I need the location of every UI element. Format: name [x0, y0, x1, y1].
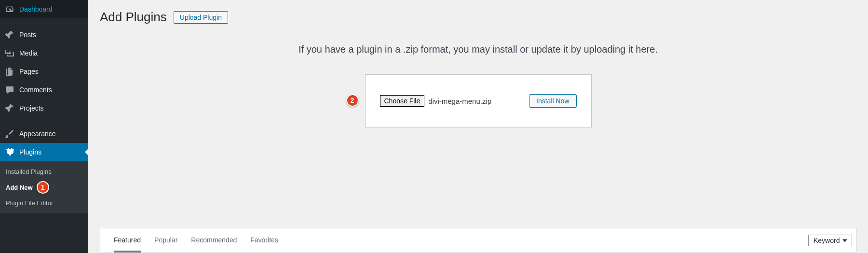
- sidebar-item-label: Dashboard: [19, 5, 83, 13]
- sidebar-item-dashboard[interactable]: Dashboard: [0, 0, 88, 18]
- sidebar-item-comments[interactable]: Comments: [0, 81, 88, 99]
- sidebar-item-label: Appearance: [19, 130, 83, 138]
- sidebar-item-plugins[interactable]: Plugins: [0, 143, 88, 161]
- filter-tabs: Featured Popular Recommended Favorites: [100, 228, 292, 253]
- sidebar-sub-label: Add New: [6, 184, 33, 191]
- tab-popular[interactable]: Popular: [148, 228, 184, 253]
- sidebar-item-label: Posts: [19, 31, 83, 39]
- sidebar-item-pages[interactable]: Pages: [0, 62, 88, 81]
- choose-file-button[interactable]: Choose File: [380, 95, 425, 107]
- sidebar-sub-addnew[interactable]: Add New 1: [0, 178, 88, 197]
- install-now-button[interactable]: Install Now: [529, 94, 576, 108]
- sidebar-item-label: Projects: [19, 104, 83, 112]
- page-title: Add Plugins: [100, 10, 167, 25]
- plugin-filter-bar: Featured Popular Recommended Favorites K…: [100, 228, 856, 253]
- upload-form: 2 Choose File divi-mega-menu.zip Install…: [365, 74, 592, 127]
- file-picker: Choose File divi-mega-menu.zip: [380, 95, 492, 107]
- sidebar-sub-editor[interactable]: Plugin File Editor: [0, 197, 88, 210]
- page-icon: [5, 67, 14, 76]
- plugin-icon: [5, 147, 14, 157]
- brush-icon: [5, 129, 14, 139]
- search-type-select[interactable]: Keyword: [808, 235, 852, 246]
- admin-sidebar: Dashboard Posts Media Pages Comments Pro…: [0, 0, 88, 253]
- sidebar-item-media[interactable]: Media: [0, 44, 88, 62]
- pin-icon: [5, 103, 14, 113]
- callout-badge-1: 1: [37, 181, 49, 194]
- upload-description: If you have a plugin in a .zip format, y…: [298, 44, 658, 55]
- pin-icon: [5, 30, 14, 40]
- chosen-file-name: divi-mega-menu.zip: [428, 97, 491, 105]
- sidebar-item-appearance[interactable]: Appearance: [0, 125, 88, 143]
- sidebar-sub-installed[interactable]: Installed Plugins: [0, 165, 88, 178]
- sidebar-item-label: Pages: [19, 68, 83, 75]
- tab-recommended[interactable]: Recommended: [184, 228, 244, 253]
- sidebar-sub-label: Installed Plugins: [6, 168, 52, 175]
- sidebar-item-label: Plugins: [19, 148, 83, 156]
- callout-badge-2: 2: [346, 94, 359, 107]
- search-type-wrap: Keyword: [808, 231, 856, 250]
- tab-featured[interactable]: Featured: [107, 228, 148, 253]
- main-content: Add Plugins Upload Plugin If you have a …: [88, 0, 868, 253]
- dashboard-icon: [5, 4, 14, 14]
- sidebar-item-label: Comments: [19, 86, 83, 94]
- sidebar-item-label: Media: [19, 49, 83, 57]
- sidebar-item-posts[interactable]: Posts: [0, 26, 88, 44]
- upload-plugin-button[interactable]: Upload Plugin: [174, 11, 228, 24]
- sidebar-item-projects[interactable]: Projects: [0, 99, 88, 117]
- page-header: Add Plugins Upload Plugin: [100, 10, 856, 25]
- comments-icon: [5, 85, 14, 95]
- media-icon: [5, 48, 14, 58]
- sidebar-submenu-plugins: Installed Plugins Add New 1 Plugin File …: [0, 161, 88, 213]
- tab-favorites[interactable]: Favorites: [244, 228, 285, 253]
- callout-2-wrap: 2: [346, 94, 359, 107]
- sidebar-sub-label: Plugin File Editor: [6, 199, 53, 207]
